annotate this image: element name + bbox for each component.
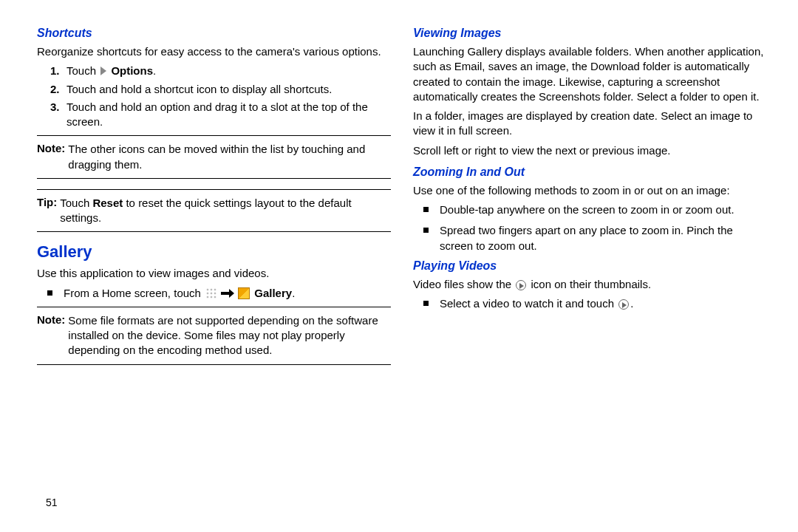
gallery-bullet: From a Home screen, touch Gallery.	[64, 286, 391, 301]
step-3: 3. Touch and hold an option and drag it …	[50, 100, 391, 130]
divider	[37, 231, 391, 232]
divider	[37, 364, 391, 365]
playing-b-pre: Select a video to watch it and touch	[440, 297, 617, 310]
heading-playing: Playing Videos	[413, 259, 767, 273]
divider	[37, 189, 391, 190]
bullet-pre: From a Home screen, touch	[64, 287, 204, 299]
play-icon	[516, 280, 526, 290]
divider	[37, 135, 391, 136]
play-icon	[618, 299, 629, 310]
zooming-intro: Use one of the following methods to zoom…	[413, 183, 767, 198]
bullet-bold: Gallery	[254, 287, 292, 299]
note-text: The other icons can be moved within the …	[68, 142, 391, 172]
step3-text: Touch and hold an option and drag it to …	[66, 100, 391, 130]
viewing-p2: In a folder, images are displayed by cre…	[413, 109, 767, 139]
viewing-p3: Scroll left or right to view the next or…	[413, 143, 767, 158]
tip-pre: Touch	[60, 197, 92, 209]
step1-pre: Touch	[66, 64, 99, 77]
viewing-p1: Launching Gallery displays available fol…	[413, 44, 767, 104]
gallery-icon	[238, 287, 250, 299]
playing-pre: Video files show the	[413, 278, 514, 290]
divider	[37, 178, 391, 179]
zoom-b1: Double-tap anywhere on the screen to zoo…	[440, 202, 767, 217]
note-label: Note:	[37, 142, 65, 154]
note-block: Note: The other icons can be moved withi…	[37, 142, 391, 172]
step-2: 2. Touch and hold a shortcut icon to dis…	[50, 82, 391, 97]
note-label-2: Note:	[37, 313, 65, 326]
gallery-bullets: From a Home screen, touch Gallery.	[37, 286, 391, 301]
apps-grid-icon	[205, 287, 217, 299]
playing-bullets: Select a video to watch it and touch .	[413, 296, 767, 311]
bullet-post: .	[292, 287, 295, 299]
playing-bullet: Select a video to watch it and touch .	[440, 296, 767, 311]
note-block-2: Note: Some file formats are not supporte…	[37, 313, 391, 358]
zoom-bullets: Double-tap anywhere on the screen to zoo…	[413, 202, 767, 253]
tip-bold: Reset	[92, 197, 123, 209]
page-number: 51	[46, 497, 58, 508]
shortcuts-intro: Reorganize shortcuts for easy access to …	[37, 44, 391, 59]
arrow-right-icon	[221, 289, 234, 298]
step1-post: .	[153, 64, 156, 77]
gallery-intro: Use this application to view images and …	[37, 266, 391, 281]
left-column: Shortcuts Reorganize shortcuts for easy …	[37, 24, 391, 517]
zoom-b2: Spread two fingers apart on any place to…	[440, 223, 767, 253]
playing-b-post: .	[630, 297, 633, 310]
step1-bold: Options	[111, 64, 153, 77]
document-page: Shortcuts Reorganize shortcuts for easy …	[0, 0, 798, 532]
tip-block: Tip: Touch Reset to reset the quick sett…	[37, 196, 391, 226]
right-column: Viewing Images Launching Gallery display…	[413, 24, 767, 517]
heading-zooming: Zooming In and Out	[413, 166, 767, 179]
step-1: 1. Touch Options.	[50, 64, 391, 78]
tip-label: Tip:	[37, 196, 57, 208]
shortcuts-steps: 1. Touch Options. 2. Touch and hold a sh…	[37, 64, 391, 129]
heading-shortcuts: Shortcuts	[37, 27, 391, 40]
step2-text: Touch and hold a shortcut icon to displa…	[66, 82, 391, 97]
playing-post: icon on their thumbnails.	[528, 278, 651, 290]
heading-gallery: Gallery	[37, 242, 391, 262]
chevron-icon	[100, 66, 106, 75]
playing-p: Video files show the icon on their thumb…	[413, 277, 767, 292]
divider	[37, 307, 391, 307]
note-text-2: Some file formats are not supported depe…	[68, 313, 391, 358]
heading-viewing: Viewing Images	[413, 27, 767, 40]
